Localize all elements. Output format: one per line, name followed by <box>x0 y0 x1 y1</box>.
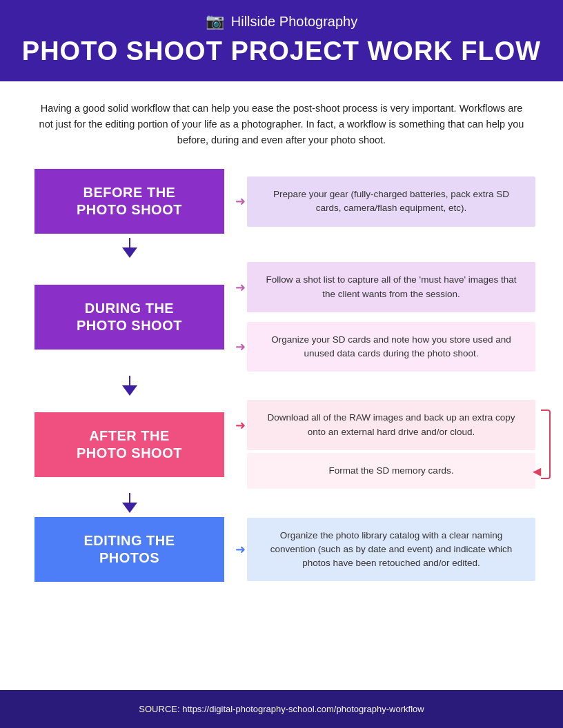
stage-box-during: DURING THEPHOTO SHOOT <box>34 285 224 350</box>
before-stage-row: BEFORE THEPHOTO SHOOT ➜ Prepare your gea… <box>28 169 535 234</box>
intro-text: Having a good solid workflow that can he… <box>38 101 525 149</box>
main-content: BEFORE THEPHOTO SHOOT ➜ Prepare your gea… <box>0 155 563 690</box>
info-after-2: Format the SD memory cards. <box>247 453 535 489</box>
stage-box-before: BEFORE THEPHOTO SHOOT <box>34 169 224 234</box>
curved-back-arrow: ◀ <box>533 464 541 477</box>
during-stage-row: DURING THEPHOTO SHOOT ➜ Follow a shot li… <box>28 262 535 372</box>
stage-box-editing: EDITING THEPHOTOS <box>34 517 224 582</box>
arrow-after-1: ➜ <box>235 418 246 433</box>
arrow-before: ➜ <box>235 194 246 209</box>
right-bracket <box>541 410 551 479</box>
info-before: Prepare your gear (fully-charged batteri… <box>247 176 535 227</box>
info-during-1: Follow a shot list to capture all of the… <box>247 262 535 312</box>
arrow-during-1: ➜ <box>235 280 246 295</box>
camera-icon: 📷 <box>206 12 224 30</box>
after-stage-row: AFTER THEPHOTO SHOOT ➜ Download all of t… <box>28 400 535 489</box>
intro-section: Having a good solid workflow that can he… <box>0 81 563 156</box>
stage-box-after: AFTER THEPHOTO SHOOT <box>34 412 224 477</box>
brand-name: Hillside Photography <box>231 14 357 30</box>
arrow-before-during <box>28 234 231 262</box>
arrow-during-after <box>28 372 231 400</box>
arrow-editing: ➜ <box>235 542 246 557</box>
footer-source-label: SOURCE: <box>139 704 179 714</box>
page-title: PHOTO SHOOT PROJECT WORK FLOW <box>14 37 549 66</box>
arrow-after-editing <box>28 489 231 517</box>
info-during-2: Organize your SD cards and note how you … <box>247 322 535 372</box>
footer-source-url: https://digital-photography-school.com/p… <box>182 704 424 714</box>
arrow-during-2: ➜ <box>235 339 246 354</box>
footer: SOURCE: https://digital-photography-scho… <box>0 690 563 728</box>
info-editing: Organize the photo library catalog with … <box>247 518 535 582</box>
info-after-1: Download all of the RAW images and back … <box>247 400 535 450</box>
header: 📷 Hillside Photography PHOTO SHOOT PROJE… <box>0 0 563 81</box>
editing-stage-row: EDITING THEPHOTOS ➜ Organize the photo l… <box>28 517 535 582</box>
